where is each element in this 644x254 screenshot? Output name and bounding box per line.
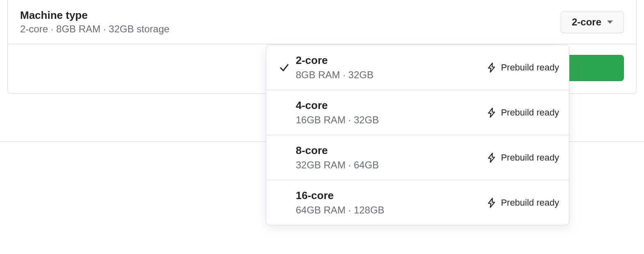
- lightning-icon: [487, 63, 497, 73]
- machine-type-option-16-core[interactable]: 16-core 64GB RAM · 128GB Prebuild ready: [266, 180, 569, 225]
- prebuild-badge: Prebuild ready: [487, 107, 559, 118]
- lightning-icon: [487, 153, 497, 163]
- lightning-icon: [487, 108, 497, 118]
- machine-type-dropdown: 2-core 8GB RAM · 32GB Prebuild ready 4-c…: [266, 45, 569, 225]
- prebuild-label: Prebuild ready: [501, 107, 559, 118]
- option-title: 8-core: [296, 144, 487, 157]
- prebuild-label: Prebuild ready: [501, 197, 559, 208]
- option-subtitle: 64GB RAM · 128GB: [296, 204, 487, 216]
- machine-type-title: Machine type: [20, 9, 169, 22]
- machine-type-option-8-core[interactable]: 8-core 32GB RAM · 64GB Prebuild ready: [266, 135, 569, 180]
- check-icon: [273, 62, 296, 73]
- prebuild-badge: Prebuild ready: [487, 152, 559, 163]
- option-title: 16-core: [296, 189, 487, 202]
- chevron-down-icon: [607, 20, 613, 24]
- option-title: 4-core: [296, 99, 487, 112]
- machine-type-option-2-core[interactable]: 2-core 8GB RAM · 32GB Prebuild ready: [266, 45, 569, 90]
- option-subtitle: 32GB RAM · 64GB: [296, 159, 487, 171]
- option-subtitle: 16GB RAM · 32GB: [296, 114, 487, 126]
- option-subtitle: 8GB RAM · 32GB: [296, 69, 487, 81]
- machine-type-select-button[interactable]: 2-core: [561, 11, 624, 33]
- prebuild-label: Prebuild ready: [501, 152, 559, 163]
- machine-type-select-label: 2-core: [572, 16, 601, 28]
- machine-type-row: Machine type 2-core · 8GB RAM · 32GB sto…: [8, 0, 636, 44]
- machine-type-option-4-core[interactable]: 4-core 16GB RAM · 32GB Prebuild ready: [266, 90, 569, 135]
- option-title: 2-core: [296, 54, 487, 67]
- lightning-icon: [487, 198, 497, 208]
- prebuild-badge: Prebuild ready: [487, 62, 559, 73]
- machine-type-subtitle: 2-core · 8GB RAM · 32GB storage: [20, 23, 169, 35]
- prebuild-badge: Prebuild ready: [487, 197, 559, 208]
- prebuild-label: Prebuild ready: [501, 62, 559, 73]
